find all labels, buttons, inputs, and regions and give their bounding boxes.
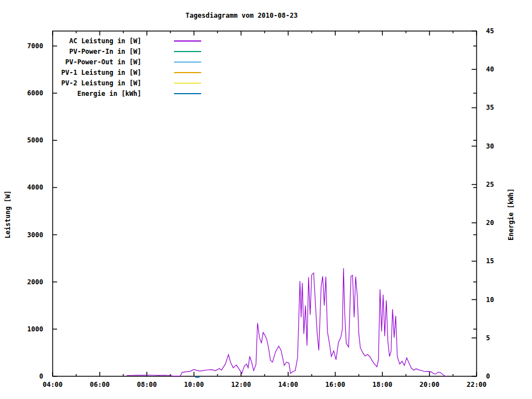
axis-tick-labels: 04:0006:0008:0010:0012:0014:0016:0018:00… xyxy=(27,27,494,388)
x-tick-label: 22:00 xyxy=(467,381,487,388)
y-right-tick-label: 10 xyxy=(486,296,494,304)
chart-canvas: Tagesdiagramm vom 2010-08-23 Leistung [W… xyxy=(0,0,532,399)
y-left-tick-label: 2000 xyxy=(27,278,43,286)
y-left-tick-label: 6000 xyxy=(27,89,43,97)
x-tick-label: 14:00 xyxy=(278,381,298,388)
axis-ticks xyxy=(53,31,477,376)
y-left-tick-label: 1000 xyxy=(27,325,43,333)
x-tick-label: 16:00 xyxy=(325,381,345,388)
y-left-tick-label: 7000 xyxy=(27,42,43,50)
y-right-tick-label: 0 xyxy=(486,372,490,380)
x-tick-label: 20:00 xyxy=(420,381,439,388)
y-left-tick-label: 5000 xyxy=(27,136,43,144)
y-left-tick-label: 4000 xyxy=(27,183,43,191)
y-right-tick-label: 45 xyxy=(486,27,494,35)
plot-border xyxy=(53,31,477,376)
plot-area: 04:0006:0008:0010:0012:0014:0016:0018:00… xyxy=(0,0,532,399)
x-tick-label: 12:00 xyxy=(231,381,251,388)
y-right-tick-label: 15 xyxy=(486,257,494,265)
y-left-tick-label: 0 xyxy=(39,372,43,380)
series-line-ac-leistung-in-w xyxy=(126,268,446,376)
x-tick-label: 18:00 xyxy=(372,381,392,388)
y-right-tick-label: 30 xyxy=(486,142,494,150)
x-tick-label: 10:00 xyxy=(184,381,204,388)
x-tick-label: 04:00 xyxy=(43,381,63,388)
y-left-tick-label: 3000 xyxy=(27,231,43,239)
y-right-tick-label: 25 xyxy=(486,181,494,188)
y-right-tick-label: 20 xyxy=(486,219,494,227)
y-right-tick-label: 40 xyxy=(486,65,494,73)
x-tick-label: 08:00 xyxy=(137,381,157,388)
y-right-tick-label: 5 xyxy=(486,334,490,342)
x-tick-label: 06:00 xyxy=(90,381,110,388)
y-right-tick-label: 35 xyxy=(486,104,494,111)
